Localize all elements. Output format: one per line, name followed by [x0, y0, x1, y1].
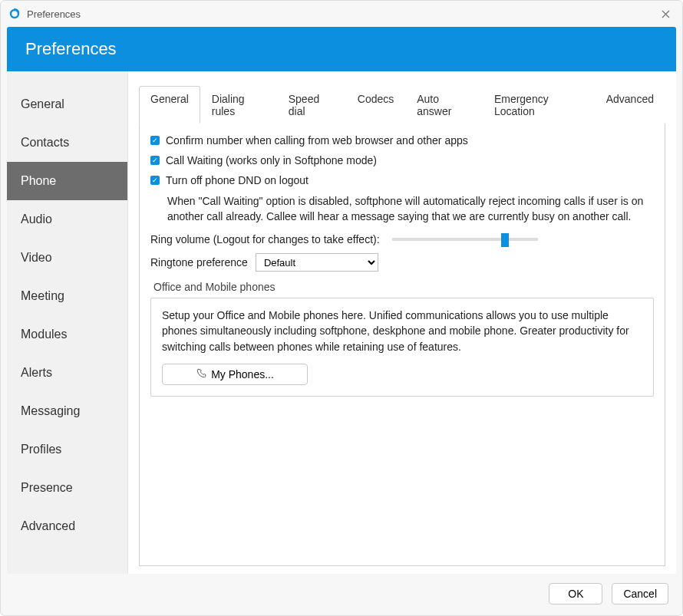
- tab-auto-answer[interactable]: Auto answer: [405, 86, 483, 124]
- tab-advanced[interactable]: Advanced: [595, 86, 665, 124]
- titlebar: Preferences: [1, 1, 682, 27]
- sidebar-item-modules[interactable]: Modules: [7, 315, 127, 354]
- sidebar-item-label: Audio: [21, 212, 52, 226]
- tab-dialing-rules[interactable]: Dialing rules: [200, 86, 277, 124]
- tabpanel-general: ✓ Confirm number when calling from web b…: [139, 124, 665, 566]
- sidebar-item-label: Messaging: [21, 404, 80, 417]
- check-call-waiting[interactable]: ✓ Call Waiting (works only in Softphone …: [150, 154, 654, 166]
- office-description: Setup your Office and Mobile phones here…: [162, 308, 642, 354]
- checkbox-label: Turn off phone DND on logout: [166, 174, 309, 186]
- ring-volume-label: Ring volume (Logout for changes to take …: [150, 233, 380, 245]
- sidebar-item-presence[interactable]: Presence: [7, 469, 127, 507]
- sidebar-item-messaging[interactable]: Messaging: [7, 392, 127, 430]
- ok-button[interactable]: OK: [549, 583, 602, 604]
- ring-volume-slider[interactable]: [392, 238, 538, 241]
- call-waiting-note: When "Call Waiting" option is disabled, …: [167, 194, 654, 224]
- tab-codecs[interactable]: Codecs: [346, 86, 405, 124]
- sidebar-item-label: Contacts: [21, 136, 69, 149]
- ring-volume-row: Ring volume (Logout for changes to take …: [150, 233, 654, 245]
- cancel-button[interactable]: Cancel: [612, 583, 668, 604]
- tab-general[interactable]: General: [139, 86, 200, 124]
- ringtone-select[interactable]: Default: [256, 253, 378, 272]
- office-section-title: Office and Mobile phones: [153, 281, 654, 293]
- my-phones-label: My Phones...: [211, 368, 274, 380]
- sidebar-item-alerts[interactable]: Alerts: [7, 354, 127, 392]
- banner-title: Preferences: [25, 39, 117, 59]
- my-phones-button[interactable]: My Phones...: [162, 364, 308, 385]
- sidebar-item-meeting[interactable]: Meeting: [7, 277, 127, 315]
- tab-speed-dial[interactable]: Speed dial: [277, 86, 346, 124]
- main: General Dialing rules Speed dial Codecs …: [128, 71, 676, 574]
- sidebar-item-label: Alerts: [21, 366, 52, 379]
- close-icon[interactable]: [656, 5, 675, 23]
- checkbox-icon: ✓: [150, 156, 160, 165]
- sidebar-item-contacts[interactable]: Contacts: [7, 124, 127, 162]
- window-title: Preferences: [27, 8, 81, 20]
- footer: OK Cancel: [1, 574, 682, 615]
- sidebar-item-audio[interactable]: Audio: [7, 200, 127, 239]
- sidebar-item-general[interactable]: General: [7, 85, 127, 124]
- sidebar-item-label: Presence: [21, 481, 73, 494]
- sidebar-item-advanced[interactable]: Advanced: [7, 507, 127, 545]
- slider-thumb[interactable]: [501, 233, 509, 247]
- body: General Contacts Phone Audio Video Meeti…: [7, 71, 676, 574]
- sidebar: General Contacts Phone Audio Video Meeti…: [7, 71, 128, 574]
- phone-icon: [196, 368, 206, 381]
- sidebar-item-label: Video: [21, 251, 52, 264]
- sidebar-item-label: General: [21, 97, 64, 110]
- checkbox-label: Call Waiting (works only in Softphone mo…: [166, 154, 377, 166]
- checkbox-icon: ✓: [150, 176, 160, 185]
- banner: Preferences: [7, 27, 676, 71]
- tab-emergency-location[interactable]: Emergency Location: [483, 86, 595, 124]
- checkbox-icon: ✓: [150, 136, 160, 145]
- check-confirm-number[interactable]: ✓ Confirm number when calling from web b…: [150, 134, 654, 147]
- checkbox-label: Confirm number when calling from web bro…: [166, 134, 468, 147]
- tabs: General Dialing rules Speed dial Codecs …: [139, 85, 665, 124]
- sidebar-item-label: Modules: [21, 328, 67, 341]
- sidebar-item-phone[interactable]: Phone: [7, 162, 127, 200]
- sidebar-item-profiles[interactable]: Profiles: [7, 430, 127, 469]
- sidebar-item-label: Profiles: [21, 443, 61, 456]
- sidebar-item-video[interactable]: Video: [7, 239, 127, 277]
- app-icon: [8, 8, 21, 20]
- ringtone-label: Ringtone preference: [150, 256, 248, 268]
- ringtone-row: Ringtone preference Default: [150, 253, 654, 272]
- check-dnd-logout[interactable]: ✓ Turn off phone DND on logout: [150, 174, 654, 186]
- sidebar-item-label: Meeting: [21, 289, 64, 302]
- preferences-window: Preferences Preferences General Contacts…: [0, 0, 683, 616]
- sidebar-item-label: Phone: [21, 174, 56, 187]
- sidebar-item-label: Advanced: [21, 519, 75, 532]
- office-fieldset: Setup your Office and Mobile phones here…: [150, 298, 654, 397]
